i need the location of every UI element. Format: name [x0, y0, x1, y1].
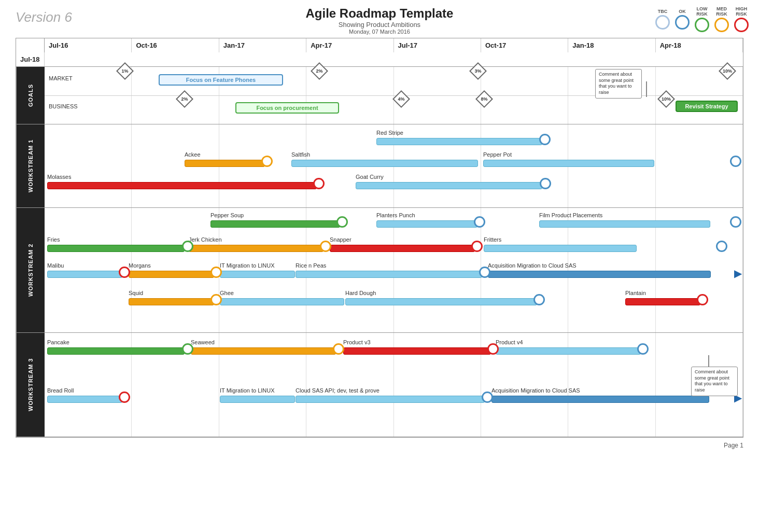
it-mig-linux-3-label: IT Migration to LINUX — [220, 387, 275, 394]
malibu-end — [119, 267, 130, 278]
fritters-label: Fritters — [484, 236, 501, 243]
pepper-pot-label: Pepper Pot — [483, 151, 512, 158]
jerk-chicken-end — [320, 241, 331, 252]
legend-ok: OK — [675, 9, 690, 30]
ws3-content: Pancake Seaweed Product v3 Product v4 Co… — [45, 333, 743, 437]
molasses-bar — [47, 182, 317, 189]
pepper-soup-end — [336, 216, 348, 228]
hard-dough-end — [533, 294, 545, 305]
date-jul17: Jul-17 — [394, 38, 481, 52]
acq-mig-cloud-2-label: Acquisition Migration to Cloud SAS — [488, 262, 577, 269]
product-v3-bar — [343, 347, 491, 355]
red-stripe-label: Red Stripe — [376, 130, 403, 136]
legend-high: HIGHRISK — [734, 6, 749, 32]
morgans-end — [210, 267, 222, 278]
plantain-label: Plantain — [625, 290, 646, 296]
ws2-label: WORKSTREAM 2 — [16, 208, 45, 332]
revisit-strategy-bar: Revisit Strategy — [676, 101, 738, 112]
film-product-end — [730, 216, 741, 228]
saltfish-label: Saltfish — [291, 151, 310, 158]
date-oct17: Oct-17 — [481, 38, 568, 52]
acq-mig-cloud-2-bar — [488, 271, 711, 278]
seaweed-end — [333, 343, 344, 355]
fries-label: Fries — [47, 236, 60, 243]
snapper-label: Snapper — [330, 236, 352, 243]
malibu-bar — [47, 271, 122, 278]
seaweed-bar — [191, 347, 336, 355]
rice-peas-bar — [296, 271, 482, 278]
ws3-label: WORKSTREAM 3 — [16, 333, 45, 437]
ws3-row: WORKSTREAM 3 Pancake Seaweed Product v3 — [16, 333, 743, 437]
date-jul16: Jul-16 — [45, 38, 132, 52]
plantain-end — [697, 294, 708, 305]
goat-curry-end — [540, 178, 551, 189]
page-header: Version 6 Agile Roadmap Template Showing… — [0, 0, 759, 38]
cloud-sas-api-bar — [296, 396, 485, 403]
hard-dough-label: Hard Dough — [345, 290, 376, 296]
product-v4-end — [637, 343, 649, 355]
pancake-label: Pancake — [47, 339, 69, 345]
ws2-row: WORKSTREAM 2 Pepper Soup Planters Punch … — [16, 208, 743, 333]
planters-punch-label: Planters Punch — [376, 212, 415, 218]
page-title: Agile Roadmap Template — [306, 6, 454, 21]
market-label: MARKET — [49, 75, 73, 81]
date-jul18: Jul-18 — [16, 52, 45, 66]
bread-roll-bar — [47, 396, 122, 403]
med-circle — [714, 18, 729, 32]
ws1-row: WORKSTREAM 1 Red Stripe Ackee Saltfish — [16, 124, 743, 208]
it-mig-linux-2-bar — [220, 271, 295, 278]
goals-row: GOALS MARKET BUSINESS 1% Focu — [16, 67, 743, 124]
date-jan17: Jan-17 — [219, 38, 306, 52]
pepper-soup-bar — [210, 220, 340, 228]
pancake-bar — [47, 347, 185, 355]
subtitle: Showing Product Ambitions — [306, 21, 454, 29]
business-label: BUSINESS — [49, 103, 78, 109]
page-number: Page 1 — [0, 438, 759, 453]
pepper-pot-bar — [483, 160, 654, 167]
ghee-label: Ghee — [220, 290, 234, 296]
film-product-bar — [539, 220, 710, 228]
ackee-label: Ackee — [185, 151, 201, 158]
product-v3-label: Product v3 — [343, 339, 371, 345]
legend: TBC OK LOWRISK MEDRISK HIGHRISK — [655, 6, 749, 32]
ws1-content: Red Stripe Ackee Saltfish Pepper Pot Mol… — [45, 124, 743, 207]
date: Monday, 07 March 2016 — [306, 29, 454, 35]
goals-content: MARKET BUSINESS 1% Focus on Feature Phon… — [45, 67, 743, 124]
comment-box-1: Comment about some great point that you … — [595, 69, 642, 99]
goat-curry-label: Goat Curry — [356, 174, 384, 180]
comment-line-1 — [646, 81, 647, 97]
hard-dough-bar — [345, 298, 537, 305]
saltfish-bar — [291, 160, 478, 167]
pepper-pot-end — [730, 156, 741, 167]
legend-low: LOWRISK — [695, 6, 709, 32]
timeline: Jul-16 Oct-16 Jan-17 Apr-17 Jul-17 Oct-1… — [16, 38, 743, 438]
cloud-sas-api-end — [482, 391, 493, 403]
molasses-end — [313, 178, 325, 189]
tbc-circle — [655, 15, 670, 30]
snapper-end — [471, 241, 483, 252]
date-spacer — [16, 38, 45, 52]
cloud-sas-api-label: Cloud SAS API; dev, test & prove — [296, 387, 380, 394]
pancake-end — [182, 343, 193, 355]
it-mig-linux-3-bar — [220, 396, 295, 403]
plantain-bar — [625, 298, 700, 305]
focus-procurement-bar: Focus on procurement — [235, 102, 339, 114]
fries-end — [182, 241, 193, 252]
legend-med: MEDRISK — [714, 6, 729, 32]
squid-label: Squid — [129, 290, 143, 296]
red-stripe-bar — [376, 138, 542, 145]
ws2-content: Pepper Soup Planters Punch Film Product … — [45, 208, 743, 332]
it-mig-linux-2-label: IT Migration to LINUX — [220, 262, 275, 269]
product-v4-label: Product v4 — [496, 339, 523, 345]
planters-punch-bar — [376, 220, 477, 228]
jerk-chicken-label: Jerk Chicken — [189, 236, 222, 243]
goat-curry-bar — [356, 182, 542, 189]
fries-bar — [47, 245, 185, 252]
ok-circle — [675, 15, 690, 30]
acq-mig-cloud-3-bar — [491, 396, 709, 403]
goals-label: GOALS — [16, 67, 45, 124]
acq-mig-arrow: ▶ — [734, 267, 742, 279]
rice-peas-end — [479, 267, 490, 278]
red-stripe-end — [539, 134, 551, 145]
ghee-bar — [220, 298, 344, 305]
